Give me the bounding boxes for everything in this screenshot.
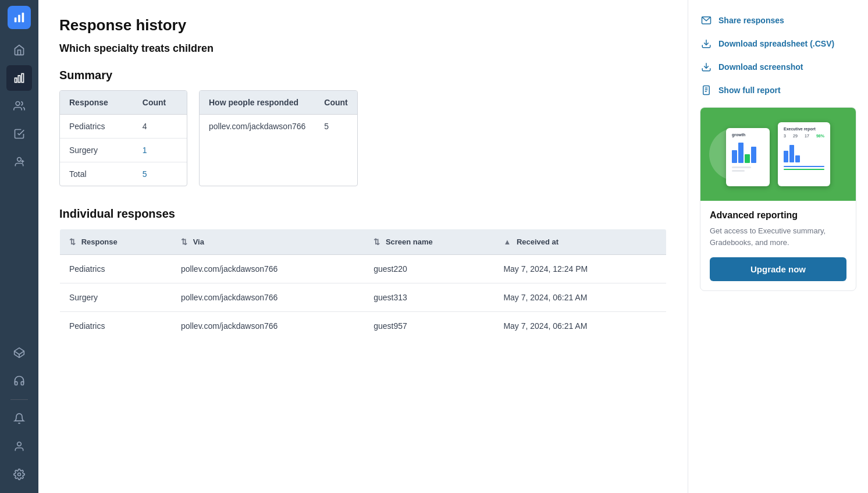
indiv-col-via: ⇅ Via xyxy=(172,229,364,255)
received-at-cell: May 7, 2024, 06:21 AM xyxy=(494,312,666,341)
sidebar-item-analytics[interactable] xyxy=(6,65,32,91)
download-csv-label: Download spreadsheet (.CSV) xyxy=(718,39,834,48)
sidebar-item-clipboard[interactable] xyxy=(6,121,32,147)
right-panel: Share responses Download spreadsheet (.C… xyxy=(688,0,868,493)
response-cell: Surgery xyxy=(60,139,133,162)
count-cell: 5 xyxy=(315,115,357,139)
page-title: Response history xyxy=(59,16,667,34)
sort-icon-screen: ⇅ xyxy=(373,237,380,246)
promo-desc: Get access to Executive summary, Gradebo… xyxy=(710,225,846,248)
table-row: Surgery1 xyxy=(60,139,187,162)
col-header-count2: Count xyxy=(315,91,357,115)
report-icon xyxy=(700,84,713,97)
response-cell: Surgery xyxy=(60,283,172,312)
via-cell: pollev.com/jackdawson766 xyxy=(172,283,364,312)
col-header-response: Response xyxy=(60,91,133,115)
sidebar-item-gem[interactable] xyxy=(6,340,32,366)
individual-table: ⇅ Response ⇅ Via ⇅ Screen name ▲ Receive… xyxy=(59,229,667,341)
download-csv-action[interactable]: Download spreadsheet (.CSV) xyxy=(700,37,856,50)
col-header-count: Count xyxy=(133,91,187,115)
svg-rect-2 xyxy=(22,13,24,23)
svg-rect-3 xyxy=(15,78,17,83)
sidebar-divider xyxy=(10,399,28,400)
svg-rect-5 xyxy=(22,74,23,83)
sidebar-item-users[interactable] xyxy=(6,93,32,119)
table-row: pollev.com/jackdawson7665 xyxy=(200,115,357,139)
show-full-report-label: Show full report xyxy=(718,86,781,95)
sidebar-item-home[interactable] xyxy=(6,37,32,63)
via-cell: pollev.com/jackdawson766 xyxy=(172,255,364,283)
response-cell: Pediatrics xyxy=(60,115,133,139)
response-cell: pollev.com/jackdawson766 xyxy=(200,115,315,139)
sidebar-item-headset[interactable] xyxy=(6,368,32,393)
sort-icon-received: ▲ xyxy=(503,237,511,246)
show-full-report-action[interactable]: Show full report xyxy=(700,84,856,97)
table-row: Total5 xyxy=(60,162,187,186)
svg-point-12 xyxy=(17,442,22,446)
sidebar-item-settings[interactable] xyxy=(6,462,32,487)
count-cell: 4 xyxy=(133,115,187,139)
share-responses-action[interactable]: Share responses xyxy=(700,14,856,27)
indiv-col-response: ⇅ Response xyxy=(60,229,172,255)
sidebar xyxy=(0,0,38,493)
col-header-how-responded: How people responded xyxy=(200,91,315,115)
received-at-cell: May 7, 2024, 12:24 PM xyxy=(494,255,666,283)
svg-point-6 xyxy=(16,102,20,106)
count-cell: 5 xyxy=(133,162,187,186)
svg-rect-4 xyxy=(18,76,20,83)
download-csv-icon xyxy=(700,37,713,50)
sort-icon-via: ⇅ xyxy=(181,237,187,246)
download-screenshot-label: Download screenshot xyxy=(718,62,803,72)
screen-name-cell: guest220 xyxy=(364,255,494,283)
svg-point-7 xyxy=(17,158,22,162)
via-cell: pollev.com/jackdawson766 xyxy=(172,312,364,341)
summary-table-1: Response Count Pediatrics4Surgery1Total5 xyxy=(59,90,187,186)
sidebar-item-person-add[interactable] xyxy=(6,149,32,175)
svg-point-13 xyxy=(18,473,21,476)
email-icon xyxy=(700,14,713,27)
table-row: Pediatricspollev.com/jackdawson766guest9… xyxy=(60,312,667,341)
indiv-col-screen-name: ⇅ Screen name xyxy=(364,229,494,255)
main-content: Response history Which specialty treats … xyxy=(38,0,688,493)
svg-rect-1 xyxy=(18,15,20,22)
promo-title: Advanced reporting xyxy=(710,210,846,221)
download-screenshot-icon xyxy=(700,61,713,73)
share-responses-label: Share responses xyxy=(718,16,784,25)
upgrade-button[interactable]: Upgrade now xyxy=(710,257,846,281)
received-at-cell: May 7, 2024, 06:21 AM xyxy=(494,283,666,312)
screen-name-cell: guest313 xyxy=(364,283,494,312)
individual-title: Individual responses xyxy=(59,207,667,221)
screen-name-cell: guest957 xyxy=(364,312,494,341)
svg-rect-0 xyxy=(15,17,17,22)
indiv-col-received-at: ▲ Received at xyxy=(494,229,666,255)
app-logo[interactable] xyxy=(8,6,31,29)
table-row: Pediatricspollev.com/jackdawson766guest2… xyxy=(60,255,667,283)
sort-icon-response: ⇅ xyxy=(69,237,76,246)
sidebar-bottom xyxy=(6,340,32,487)
promo-body: Advanced reporting Get access to Executi… xyxy=(700,201,856,290)
sidebar-item-profile[interactable] xyxy=(6,434,32,459)
promo-card: growth Executive report 3291798% xyxy=(700,107,856,291)
question-title: Which specialty treats children xyxy=(59,42,667,55)
sidebar-item-bell[interactable] xyxy=(6,406,32,431)
response-cell: Pediatrics xyxy=(60,312,172,341)
response-cell: Pediatrics xyxy=(60,255,172,283)
summary-table-2: How people responded Count pollev.com/ja… xyxy=(199,90,358,186)
table-row: Surgerypollev.com/jackdawson766guest313M… xyxy=(60,283,667,312)
count-cell: 1 xyxy=(133,139,187,162)
response-cell: Total xyxy=(60,162,133,186)
table-row: Pediatrics4 xyxy=(60,115,187,139)
summary-title: Summary xyxy=(59,69,667,82)
download-screenshot-action[interactable]: Download screenshot xyxy=(700,61,856,73)
summary-tables: Response Count Pediatrics4Surgery1Total5… xyxy=(59,90,667,186)
promo-image: growth Executive report 3291798% xyxy=(700,108,856,201)
